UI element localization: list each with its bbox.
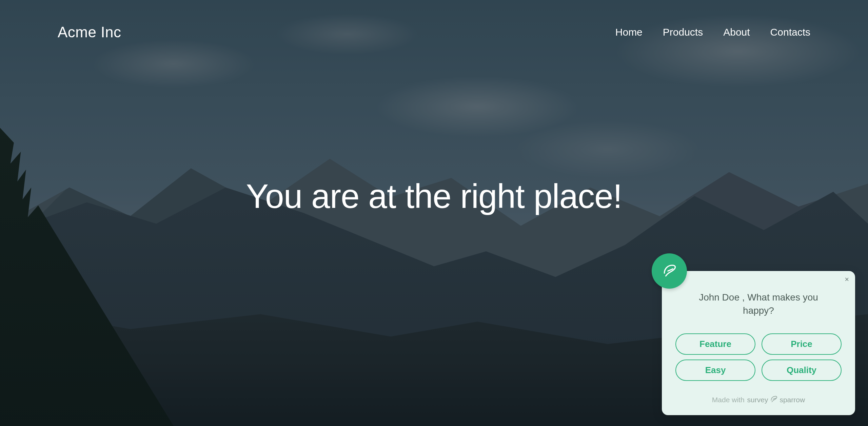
nav-link-home[interactable]: Home — [615, 26, 643, 38]
survey-options: Feature Price Easy Quality — [675, 333, 842, 381]
close-icon: × — [845, 275, 849, 284]
survey-option-feature[interactable]: Feature — [675, 333, 755, 355]
hero-section: Acme Inc Home Products About Contacts Yo… — [0, 0, 868, 426]
surveysparrow-brand-link[interactable]: survey sparrow — [747, 394, 805, 405]
nav-link-about[interactable]: About — [723, 26, 750, 38]
survey-footer-prefix: Made with — [712, 396, 745, 404]
survey-option-price[interactable]: Price — [762, 333, 842, 355]
sparrow-icon — [661, 262, 678, 280]
close-button[interactable]: × — [845, 276, 849, 283]
sparrow-small-icon — [769, 394, 778, 405]
nav-link-contacts[interactable]: Contacts — [770, 26, 810, 38]
survey-option-easy[interactable]: Easy — [675, 360, 755, 381]
survey-widget: × John Doe , What makes you happy? Featu… — [662, 271, 855, 415]
hero-title: You are at the right place! — [246, 176, 622, 215]
survey-question: John Doe , What makes you happy? — [675, 291, 842, 317]
survey-footer: Made with survey sparrow — [675, 394, 842, 405]
surveysparrow-brand-left: survey — [747, 396, 768, 404]
surveysparrow-brand-right: sparrow — [780, 396, 805, 404]
nav-link-products[interactable]: Products — [663, 26, 703, 38]
survey-avatar — [652, 253, 687, 289]
brand-logo[interactable]: Acme Inc — [58, 24, 121, 41]
survey-option-quality[interactable]: Quality — [762, 360, 842, 381]
main-nav: Home Products About Contacts — [615, 26, 810, 38]
site-header: Acme Inc Home Products About Contacts — [0, 0, 868, 64]
